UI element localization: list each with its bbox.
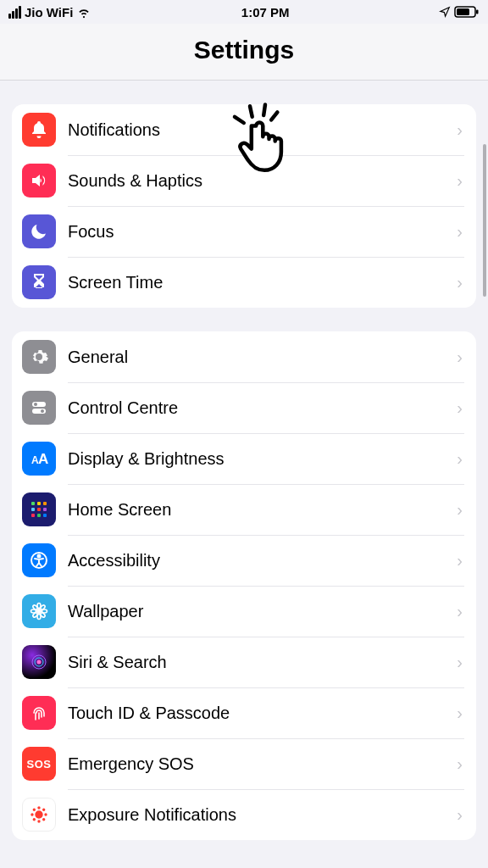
svg-point-35 — [31, 814, 33, 815]
hourglass-icon — [22, 265, 56, 299]
row-notifications[interactable]: Notifications › — [12, 104, 476, 155]
battery-icon — [454, 6, 480, 18]
cellular-signal-icon — [8, 6, 21, 19]
svg-rect-1 — [457, 8, 469, 15]
svg-text:A: A — [38, 451, 48, 467]
row-label: Screen Time — [68, 273, 457, 292]
row-home-screen[interactable]: Home Screen › — [12, 484, 476, 535]
svg-rect-11 — [43, 502, 47, 505]
status-left: Jio WiFi — [8, 4, 92, 19]
siri-icon — [22, 645, 56, 679]
chevron-right-icon: › — [457, 273, 463, 292]
row-control-centre[interactable]: Control Centre › — [12, 382, 476, 433]
row-general[interactable]: General › — [12, 331, 476, 382]
row-sounds-haptics[interactable]: Sounds & Haptics › — [12, 155, 476, 206]
chevron-right-icon: › — [457, 171, 463, 191]
chevron-right-icon: › — [457, 222, 463, 242]
chevron-right-icon: › — [457, 754, 463, 774]
row-wallpaper[interactable]: Wallpaper › — [12, 586, 476, 637]
row-label: Touch ID & Passcode — [68, 704, 457, 723]
exposure-icon — [22, 798, 56, 832]
svg-rect-17 — [43, 514, 47, 517]
svg-point-36 — [45, 814, 47, 815]
chevron-right-icon: › — [457, 348, 463, 367]
settings-content: Notifications › Sounds & Haptics › Focus… — [0, 81, 488, 867]
svg-point-31 — [37, 660, 42, 665]
flower-icon — [22, 594, 56, 628]
svg-rect-10 — [37, 502, 41, 505]
row-label: Home Screen — [68, 500, 457, 520]
svg-point-37 — [33, 809, 35, 810]
row-label: Control Centre — [68, 398, 457, 418]
row-label: Siri & Search — [68, 653, 457, 672]
svg-point-40 — [43, 819, 45, 821]
accessibility-icon — [22, 543, 56, 577]
svg-point-32 — [36, 811, 42, 818]
settings-group-1: Notifications › Sounds & Haptics › Focus… — [12, 104, 476, 308]
svg-point-5 — [34, 403, 37, 406]
settings-group-2: General › Control Centre › AA Display & … — [12, 331, 476, 840]
svg-rect-14 — [43, 508, 47, 511]
row-label: Notifications — [68, 120, 457, 140]
row-label: Wallpaper — [68, 602, 457, 621]
svg-point-39 — [33, 819, 35, 821]
svg-rect-15 — [31, 514, 35, 517]
chevron-right-icon: › — [457, 602, 463, 621]
row-label: Focus — [68, 222, 457, 242]
sos-icon: SOS — [22, 747, 56, 781]
svg-point-19 — [38, 555, 41, 558]
location-icon — [439, 6, 451, 18]
page-title: Settings — [0, 24, 488, 81]
svg-rect-12 — [31, 508, 35, 511]
chevron-right-icon: › — [457, 551, 463, 570]
row-exposure-notifications[interactable]: Exposure Notifications › — [12, 789, 476, 840]
status-bar: Jio WiFi 1:07 PM — [0, 0, 488, 24]
chevron-right-icon: › — [457, 653, 463, 672]
svg-rect-9 — [31, 502, 35, 505]
scroll-indicator — [483, 144, 486, 297]
chevron-right-icon: › — [457, 398, 463, 418]
row-accessibility[interactable]: Accessibility › — [12, 535, 476, 586]
svg-point-38 — [43, 809, 45, 810]
row-emergency-sos[interactable]: SOS Emergency SOS › — [12, 738, 476, 789]
sos-badge-text: SOS — [27, 758, 52, 771]
moon-icon — [22, 214, 56, 248]
row-label: Display & Brightness — [68, 449, 457, 469]
svg-point-33 — [38, 807, 40, 809]
svg-point-20 — [37, 609, 41, 613]
app-grid-icon — [22, 492, 56, 526]
chevron-right-icon: › — [457, 449, 463, 469]
row-screen-time[interactable]: Screen Time › — [12, 257, 476, 308]
carrier-label: Jio WiFi — [25, 5, 73, 19]
svg-rect-13 — [37, 508, 41, 511]
row-touch-id-passcode[interactable]: Touch ID & Passcode › — [12, 687, 476, 738]
chevron-right-icon: › — [457, 805, 463, 825]
row-label: Emergency SOS — [68, 754, 457, 774]
svg-point-34 — [38, 821, 40, 822]
speaker-icon — [22, 164, 56, 198]
chevron-right-icon: › — [457, 120, 463, 140]
svg-rect-16 — [37, 514, 41, 517]
wifi-icon — [76, 4, 92, 19]
row-label: Accessibility — [68, 551, 457, 570]
fingerprint-icon — [22, 696, 56, 730]
svg-point-6 — [41, 409, 44, 413]
gear-icon — [22, 340, 56, 374]
svg-rect-2 — [476, 10, 479, 14]
clock: 1:07 PM — [241, 5, 290, 19]
row-label: Exposure Notifications — [68, 805, 457, 825]
row-label: Sounds & Haptics — [68, 171, 457, 191]
row-label: General — [68, 348, 457, 367]
status-right — [439, 6, 480, 18]
chevron-right-icon: › — [457, 500, 463, 520]
row-display-brightness[interactable]: AA Display & Brightness › — [12, 433, 476, 484]
row-focus[interactable]: Focus › — [12, 206, 476, 257]
chevron-right-icon: › — [457, 704, 463, 723]
toggles-icon — [22, 391, 56, 425]
bell-icon — [22, 113, 56, 147]
text-size-icon: AA — [22, 442, 56, 476]
row-siri-search[interactable]: Siri & Search › — [12, 637, 476, 687]
